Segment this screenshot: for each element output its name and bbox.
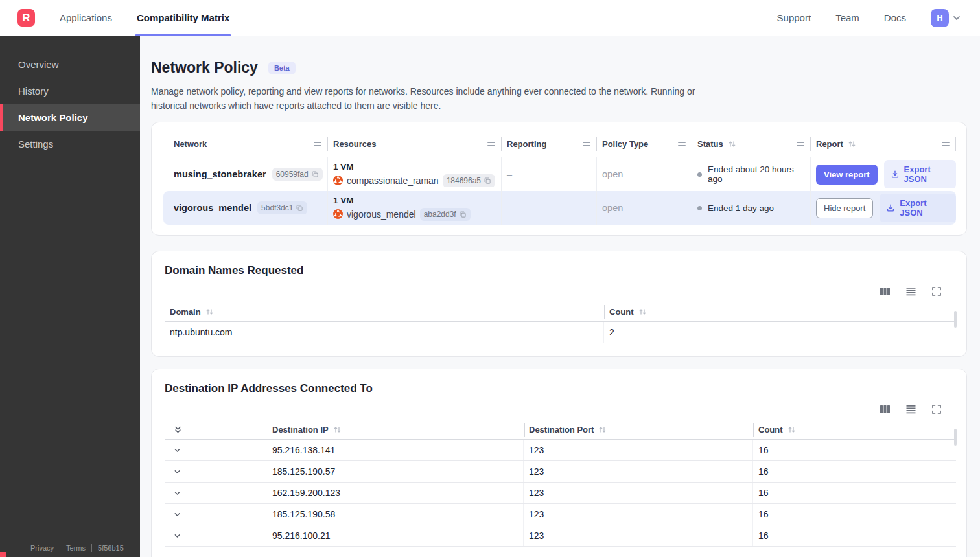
count-value: 16 bbox=[753, 440, 956, 460]
view-report-button[interactable]: View report bbox=[816, 165, 878, 185]
reporting-value: – bbox=[502, 157, 597, 191]
destination-row[interactable]: 185.125.190.57 123 16 bbox=[165, 461, 956, 483]
sort-icon[interactable] bbox=[598, 426, 607, 434]
copy-icon[interactable] bbox=[296, 204, 303, 212]
column-header-count[interactable]: Count bbox=[753, 420, 956, 439]
export-json-button[interactable]: Export JSON bbox=[880, 194, 956, 222]
download-icon bbox=[886, 203, 895, 212]
sidebar-item-history[interactable]: History bbox=[0, 78, 140, 104]
export-json-button[interactable]: Export JSON bbox=[884, 160, 956, 188]
column-header-policy-type[interactable]: Policy Type bbox=[597, 131, 692, 157]
expand-row-button[interactable] bbox=[165, 461, 254, 482]
column-header-destination-port[interactable]: Destination Port bbox=[524, 420, 753, 439]
status-value: Ended 1 day ago bbox=[697, 203, 774, 213]
networks-table-card: Network Resources Reporting Policy Type … bbox=[151, 122, 967, 236]
domain-value: ntp.ubuntu.com bbox=[165, 322, 604, 343]
sort-icon[interactable] bbox=[333, 426, 342, 434]
expand-all-button[interactable] bbox=[165, 420, 254, 439]
sidebar: Overview History Network Policy Settings… bbox=[0, 36, 140, 557]
card-title: Destination IP Addresses Connected To bbox=[165, 382, 956, 395]
status-dot-icon bbox=[697, 172, 702, 177]
vm-count: 1 VM bbox=[333, 196, 354, 205]
status-value: Ended about 20 hours ago bbox=[697, 165, 810, 184]
vm-name: compassionate_raman bbox=[347, 176, 439, 186]
fullscreen-icon[interactable] bbox=[931, 404, 942, 415]
column-resize-handle[interactable] bbox=[797, 142, 804, 146]
rows-icon[interactable] bbox=[905, 286, 916, 297]
tab-applications[interactable]: Applications bbox=[58, 0, 113, 36]
columns-icon[interactable] bbox=[880, 404, 891, 415]
hide-report-button[interactable]: Hide report bbox=[816, 198, 873, 218]
sort-icon[interactable] bbox=[728, 140, 736, 148]
expand-row-button[interactable] bbox=[165, 525, 254, 546]
user-menu[interactable]: H bbox=[931, 9, 962, 27]
page-title: Network Policy bbox=[151, 59, 258, 76]
fullscreen-icon[interactable] bbox=[931, 286, 942, 297]
column-header-reporting[interactable]: Reporting bbox=[502, 131, 597, 157]
avatar[interactable]: H bbox=[931, 9, 949, 27]
destination-ip-value: 185.125.190.58 bbox=[254, 504, 524, 525]
sidebar-item-overview[interactable]: Overview bbox=[0, 51, 140, 78]
chevron-down-icon[interactable] bbox=[951, 13, 962, 23]
nav-link-docs[interactable]: Docs bbox=[884, 12, 906, 23]
tab-compatibility-matrix[interactable]: Compatibility Matrix bbox=[135, 0, 231, 36]
network-row[interactable]: vigorous_mendel 5bdf3dc1 1 VM vig bbox=[163, 191, 956, 225]
column-header-report[interactable]: Report bbox=[811, 131, 956, 157]
sort-icon[interactable] bbox=[638, 308, 647, 316]
column-header-network[interactable]: Network bbox=[163, 131, 328, 157]
column-resize-handle[interactable] bbox=[583, 142, 590, 146]
column-header-status[interactable]: Status bbox=[692, 131, 811, 157]
destinations-table-header: Destination IP Destination Port Count bbox=[165, 420, 956, 440]
sort-icon[interactable] bbox=[848, 140, 856, 148]
destination-port-value: 123 bbox=[524, 461, 753, 482]
column-resize-handle[interactable] bbox=[942, 142, 950, 146]
network-id-badge: 60959fad bbox=[272, 168, 323, 181]
column-header-domain[interactable]: Domain bbox=[165, 302, 604, 321]
column-header-count[interactable]: Count bbox=[604, 302, 956, 321]
sort-icon[interactable] bbox=[788, 426, 796, 434]
copy-icon[interactable] bbox=[311, 170, 319, 178]
destination-ip-value: 95.216.138.141 bbox=[254, 440, 524, 460]
navbar-tabs: Applications Compatibility Matrix bbox=[58, 0, 231, 36]
footer-link-terms[interactable]: Terms bbox=[60, 544, 91, 552]
policy-type-value: open bbox=[597, 191, 692, 225]
network-name: vigorous_mendel bbox=[174, 203, 251, 213]
rows-icon[interactable] bbox=[905, 404, 916, 415]
top-navbar: R Applications Compatibility Matrix Supp… bbox=[0, 0, 980, 36]
destination-row[interactable]: 185.125.190.58 123 16 bbox=[165, 504, 956, 525]
sidebar-footer: PrivacyTerms5f56b15 bbox=[25, 544, 130, 552]
copy-icon[interactable] bbox=[459, 210, 467, 218]
column-resize-handle[interactable] bbox=[487, 142, 495, 146]
app-logo[interactable]: R bbox=[18, 9, 35, 27]
beta-badge: Beta bbox=[268, 62, 296, 74]
count-value: 16 bbox=[753, 483, 956, 503]
vm-name: vigorous_mendel bbox=[347, 209, 416, 220]
network-row[interactable]: musing_stonebraker 60959fad 1 VM bbox=[163, 157, 956, 191]
destination-port-value: 123 bbox=[524, 504, 753, 525]
expand-row-button[interactable] bbox=[165, 504, 254, 525]
destination-ip-value: 162.159.200.123 bbox=[254, 483, 524, 503]
footer-link-privacy[interactable]: Privacy bbox=[25, 544, 60, 552]
column-resize-handle[interactable] bbox=[314, 142, 321, 146]
column-header-resources[interactable]: Resources bbox=[328, 131, 502, 157]
expand-row-button[interactable] bbox=[165, 483, 254, 503]
count-value: 16 bbox=[753, 461, 956, 482]
expand-row-button[interactable] bbox=[165, 440, 254, 460]
destination-ip-value: 95.216.100.21 bbox=[254, 525, 524, 546]
card-title: Domain Names Requested bbox=[165, 264, 956, 277]
destination-row[interactable]: 95.216.138.141 123 16 bbox=[165, 440, 956, 461]
column-resize-handle[interactable] bbox=[678, 142, 686, 146]
nav-link-team[interactable]: Team bbox=[835, 12, 859, 23]
sidebar-item-network-policy[interactable]: Network Policy bbox=[0, 104, 140, 131]
destination-row[interactable]: 95.216.100.21 123 16 bbox=[165, 525, 956, 547]
column-header-destination-ip[interactable]: Destination IP bbox=[254, 420, 524, 439]
columns-icon[interactable] bbox=[880, 286, 891, 297]
copy-icon[interactable] bbox=[484, 177, 491, 185]
destination-port-value: 123 bbox=[524, 440, 753, 460]
sidebar-item-settings[interactable]: Settings bbox=[0, 131, 140, 157]
domain-row[interactable]: ntp.ubuntu.com 2 bbox=[165, 322, 956, 343]
sort-icon[interactable] bbox=[205, 308, 214, 316]
destination-row[interactable]: 162.159.200.123 123 16 bbox=[165, 483, 956, 504]
main-content: Network Policy Beta Manage network polic… bbox=[140, 36, 980, 557]
nav-link-support[interactable]: Support bbox=[777, 12, 811, 23]
